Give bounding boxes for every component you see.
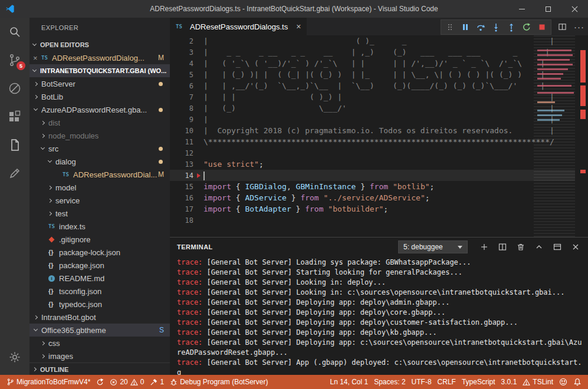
line-number[interactable]: 3 <box>170 48 193 57</box>
tree-item-src[interactable]: src <box>29 142 170 155</box>
build-tasks-item[interactable]: 1 <box>147 375 167 389</box>
terminal-line: trace: [General Bot Server] Deploying ap… <box>177 318 582 328</box>
git-branch-item[interactable]: MigrationToBotFmwV4* <box>4 375 93 389</box>
open-editors-header[interactable]: OPEN EDITORS <box>29 38 170 51</box>
notifications-bell-icon[interactable] <box>570 375 584 389</box>
close-panel-icon[interactable] <box>570 242 581 252</box>
terminal-output[interactable]: trace: [General Bot Server] Loading sys … <box>177 258 582 375</box>
pause-icon[interactable] <box>459 21 471 33</box>
tree-item-azureadpasswordreset-gba[interactable]: AzureADPasswordReset.gba... <box>29 103 170 116</box>
terminal-selector[interactable]: 5: debuggee <box>398 240 468 253</box>
line-number[interactable]: 17 <box>170 205 193 213</box>
files-icon[interactable] <box>0 131 29 159</box>
line-number[interactable]: 18 <box>170 216 193 225</box>
minimize-button[interactable] <box>508 0 535 18</box>
maximize-button[interactable] <box>535 0 561 18</box>
line-number[interactable]: 8 <box>170 104 193 113</box>
overview-ruler[interactable] <box>575 35 588 237</box>
tree-item-package-json[interactable]: {}package.json <box>29 259 170 272</box>
tree-item-label: images <box>48 352 73 361</box>
tree-item-typedoc-json[interactable]: {}typedoc.json <box>29 298 170 311</box>
line-number[interactable]: 13 <box>170 160 193 169</box>
line-number[interactable]: 16 <box>170 194 193 202</box>
tree-item-readme-md[interactable]: iREADME.md <box>29 272 170 285</box>
tree-item-label: AzureADPasswordReset.gba... <box>41 106 147 114</box>
close-button[interactable] <box>561 0 588 18</box>
tree-item-dist[interactable]: dist <box>29 116 170 129</box>
terminal-panel: TERMINAL 5: debuggee <box>170 237 588 375</box>
line-number[interactable]: 5 <box>170 71 193 79</box>
tree-item-intranetbot-gbot[interactable]: IntranetBot.gbot <box>29 311 170 324</box>
encoding-item[interactable]: UTF-8 <box>409 375 435 389</box>
restart-icon[interactable] <box>521 21 533 33</box>
search-icon[interactable] <box>0 18 29 46</box>
close-icon[interactable]: × <box>296 22 301 31</box>
edit-icon[interactable] <box>0 159 29 187</box>
debug-icon[interactable] <box>0 74 29 103</box>
maximize-panel-icon[interactable] <box>552 242 563 252</box>
line-number[interactable]: 6 <box>170 82 193 90</box>
step-out-icon[interactable] <box>505 21 517 33</box>
workspace-header[interactable]: INTRANETBOTQUICKSTART.GBAI (WO... <box>29 64 170 77</box>
tree-item-index-ts[interactable]: TSindex.ts <box>29 220 170 233</box>
tree-item-adresetpassworddial[interactable]: TSADResetPasswordDial...M <box>29 168 170 181</box>
tab-adresetpassworddialogs[interactable]: TS ADResetPasswordDialogs.ts × <box>170 18 307 35</box>
tree-item-images[interactable]: images <box>29 350 170 362</box>
tree-item-service[interactable]: service <box>29 194 170 207</box>
tree-item-gitignore[interactable]: .gitignore <box>29 233 170 246</box>
tree-item-botserver[interactable]: BotServer <box>29 77 170 90</box>
line-number[interactable]: 12 <box>170 149 193 157</box>
tree-item-tsconfig-json[interactable]: {}tsconfig.json <box>29 285 170 298</box>
gear-icon[interactable] <box>0 343 29 371</box>
line-number[interactable]: 11 <box>170 138 193 146</box>
line-number[interactable]: 10 <box>170 127 193 135</box>
window-title: ADResetPasswordDialogs.ts - IntranetBotQ… <box>0 5 588 13</box>
line-number[interactable]: 15 <box>170 183 193 191</box>
line-number[interactable]: 7 <box>170 93 193 101</box>
new-terminal-icon[interactable] <box>479 242 490 252</box>
problems-item[interactable]: 20 0 <box>107 375 147 389</box>
sync-item[interactable] <box>93 375 107 389</box>
more-actions-icon[interactable]: ··· <box>574 22 584 32</box>
close-icon[interactable]: × <box>33 54 41 62</box>
stop-icon[interactable] <box>536 21 548 33</box>
modified-dot <box>159 160 163 164</box>
split-terminal-icon[interactable] <box>497 242 508 252</box>
source-control-icon[interactable]: 5 <box>0 46 29 74</box>
ts-version-item[interactable]: 3.0.1 <box>498 375 520 389</box>
tslint-item[interactable]: TSLint <box>520 375 556 389</box>
outline-header[interactable]: OUTLINE <box>29 362 170 375</box>
line-number[interactable]: 14 <box>170 172 193 180</box>
extensions-icon[interactable] <box>0 103 29 131</box>
tree-item-dialog[interactable]: dialog <box>29 155 170 168</box>
indentation-item[interactable]: Spaces: 2 <box>371 375 408 389</box>
tree-item-package-lock-json[interactable]: {}package-lock.json <box>29 246 170 259</box>
line-number[interactable]: 4 <box>170 60 193 68</box>
tree-item-test[interactable]: test <box>29 207 170 220</box>
collapse-panel-icon[interactable] <box>534 242 544 252</box>
cursor-position-item[interactable]: Ln 14, Col 1 <box>327 375 371 389</box>
line-number[interactable]: 2 <box>170 37 193 45</box>
tree-item-office365-gbtheme[interactable]: Office365.gbthemeS <box>29 324 170 337</box>
split-editor-icon[interactable] <box>556 21 568 32</box>
drag-handle-icon[interactable] <box>444 21 456 33</box>
open-editor-item[interactable]: × TS ADResetPasswordDialog... M <box>29 51 170 64</box>
kill-terminal-icon[interactable] <box>515 242 526 252</box>
code-line-10: 10| Copyright 2018 (c) pragmatismo.io. T… <box>170 125 588 136</box>
feedback-smiley-icon[interactable] <box>556 375 570 389</box>
code-editor[interactable]: 2| ( )_ _ |3| _ _ _ __ _ _ __ | ,_) (_) … <box>170 35 588 237</box>
chevron-right-icon <box>41 133 45 137</box>
tree-item-css[interactable]: css <box>29 337 170 350</box>
language-mode-item[interactable]: TypeScript <box>459 375 498 389</box>
tree-item-node-modules[interactable]: node_modules <box>29 129 170 142</box>
debug-config-item[interactable]: Debug Program (BotServer) <box>167 375 271 389</box>
tree-item-label: dialog <box>55 157 76 166</box>
tree-item-model[interactable]: model <box>29 181 170 194</box>
line-number[interactable]: 9 <box>170 116 193 124</box>
minimap[interactable] <box>534 35 575 237</box>
step-into-icon[interactable] <box>490 21 502 33</box>
tree-item-botlib[interactable]: BotLib <box>29 90 170 103</box>
step-over-icon[interactable] <box>475 21 487 33</box>
eol-item[interactable]: CRLF <box>435 375 459 389</box>
tab-terminal[interactable]: TERMINAL <box>177 243 213 250</box>
